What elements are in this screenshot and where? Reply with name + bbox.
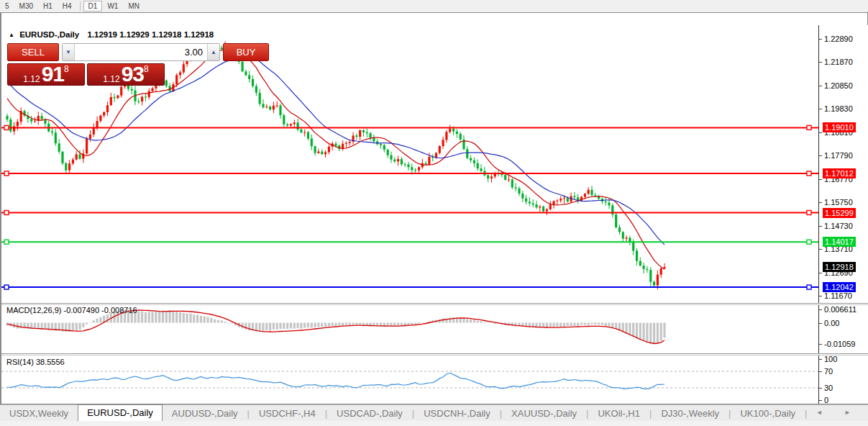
timeframe-toolbar: 5M30H1H4D1W1MN <box>0 0 868 13</box>
price-level-badge: 1.14017 <box>823 237 856 247</box>
timeframe-button-w1[interactable]: W1 <box>102 1 123 12</box>
price-level-badge: 1.15299 <box>823 208 856 218</box>
tick-mark <box>819 344 822 345</box>
rsi-axis-tick: 70 <box>824 367 833 376</box>
price-axis-tick: 1.15750 <box>824 198 853 207</box>
price-axis: 1.228901.218701.208501.198301.188101.177… <box>818 25 868 406</box>
tab-separator: | <box>805 406 807 421</box>
collapse-icon[interactable]: ▲ <box>9 32 14 38</box>
price-axis-tick: 1.21870 <box>824 58 853 66</box>
sell-button[interactable]: SELL <box>7 43 59 61</box>
tab-usdcnh-daily[interactable]: USDCNH-,Daily <box>414 406 499 421</box>
volume-decrease-icon[interactable]: ▼ <box>63 44 75 60</box>
price-axis-tick: 1.11670 <box>824 291 852 300</box>
tick-mark <box>819 388 822 389</box>
volume-input[interactable] <box>75 44 207 60</box>
price-level-badge: 1.17012 <box>823 168 856 178</box>
price-level-badge: 1.12042 <box>823 282 856 292</box>
timeframe-button-m30[interactable]: M30 <box>14 1 38 12</box>
macd-label: MACD(12,26,9) -0.007490 -0.008716 <box>6 306 137 314</box>
symbol-label: EURUSD-,Daily <box>19 30 79 39</box>
tick-mark <box>819 109 822 109</box>
timeframe-button-d1[interactable]: D1 <box>83 1 103 12</box>
buy-button[interactable]: BUY <box>223 43 269 61</box>
tick-mark <box>819 62 822 63</box>
price-axis-tick: 1.14730 <box>824 222 853 230</box>
tick-mark <box>819 202 822 203</box>
chart-title: ▲ EURUSD-,Daily 1.12919 1.12929 1.12918 … <box>9 30 214 39</box>
chart-window: ▲ EURUSD-,Daily 1.12919 1.12929 1.12918 … <box>0 12 868 404</box>
macd-axis-tick: 0.006611 <box>824 305 856 314</box>
macd-axis-tick: -0.01059 <box>824 340 855 348</box>
tick-mark <box>819 359 822 360</box>
buy-price-main: 93 <box>122 64 144 84</box>
buy-price-display[interactable]: 1.12 93 8 <box>87 63 165 86</box>
tick-mark <box>819 296 822 296</box>
rsi-axis-tick: 100 <box>824 355 837 363</box>
price-axis-tick: 1.19830 <box>824 104 853 113</box>
tab-ukoil-h1[interactable]: UKOil-,H1 <box>588 406 649 421</box>
panel-divider[interactable] <box>1 303 868 305</box>
tick-mark <box>819 155 822 156</box>
one-click-trade-panel: SELL ▼ ▲ BUY 1.12 91 8 1.12 93 8 <box>7 43 167 86</box>
chart-tab-bar: USDX,WeeklyEURUSD-,DailyAUDUSD-,Daily|US… <box>0 404 868 421</box>
timeframe-button-h1[interactable]: H1 <box>38 1 58 12</box>
tick-mark <box>819 86 822 86</box>
tab-scroll-arrows[interactable]: ◄ ► <box>816 409 861 416</box>
tick-mark <box>819 273 822 273</box>
tick-mark <box>819 309 822 310</box>
sell-price-prefix: 1.12 <box>23 74 40 84</box>
rsi-axis-tick: 30 <box>824 384 833 392</box>
tick-mark <box>819 323 822 324</box>
sell-price-main: 91 <box>42 64 64 84</box>
current-price-badge: 1.12918 <box>823 262 856 272</box>
tick-mark <box>819 226 822 227</box>
panel-divider[interactable] <box>1 353 868 355</box>
tab-eurusd-daily[interactable]: EURUSD-,Daily <box>78 404 163 421</box>
tab-usdchf-h4[interactable]: USDCHF-,H4 <box>250 406 325 421</box>
tab-audusd-daily[interactable]: AUDUSD-,Daily <box>163 406 247 421</box>
toolbar-separator <box>80 1 81 11</box>
volume-increase-icon[interactable]: ▲ <box>207 44 219 60</box>
price-axis-tick: 1.22890 <box>824 35 853 43</box>
timeframe-button-mn[interactable]: MN <box>123 1 145 12</box>
trading-platform-window: 5M30H1H4D1W1MN ▲ EURUSD-,Daily 1.12919 1… <box>0 0 868 426</box>
sell-price-pip: 8 <box>64 65 69 73</box>
timeframe-button-5[interactable]: 5 <box>0 1 14 12</box>
price-axis-tick: 1.17790 <box>824 151 853 160</box>
tick-mark <box>819 39 822 40</box>
sell-price-display[interactable]: 1.12 91 8 <box>7 63 85 86</box>
tick-mark <box>819 179 822 180</box>
tick-mark <box>819 132 822 133</box>
buy-price-prefix: 1.12 <box>103 74 119 84</box>
ohlc-values: 1.12919 1.12929 1.12918 1.12918 <box>87 30 214 39</box>
tick-mark <box>819 371 822 372</box>
tab-usdcad-daily[interactable]: USDCAD-,Daily <box>327 406 412 421</box>
timeframe-button-h4[interactable]: H4 <box>58 1 77 12</box>
tick-mark <box>819 249 822 250</box>
price-axis-tick: 1.20850 <box>824 81 853 90</box>
tab-xauusd-daily[interactable]: XAUUSD-,Daily <box>502 406 586 421</box>
tab-usdx-weekly[interactable]: USDX,Weekly <box>0 406 78 421</box>
status-strip <box>0 420 868 426</box>
rsi-label: RSI(14) 38.5556 <box>6 358 65 366</box>
buy-price-pip: 8 <box>144 65 149 73</box>
macd-axis-tick: 0.00 <box>824 319 839 327</box>
volume-stepper: ▼ ▲ <box>62 43 220 61</box>
tab-uk100-daily[interactable]: UK100-,Daily <box>731 406 805 421</box>
rsi-canvas[interactable] <box>1 356 818 405</box>
price-level-badge: 1.19010 <box>823 122 856 132</box>
tab-dj30-weekly[interactable]: DJ30-,Weekly <box>652 406 728 421</box>
tick-mark <box>819 400 822 401</box>
